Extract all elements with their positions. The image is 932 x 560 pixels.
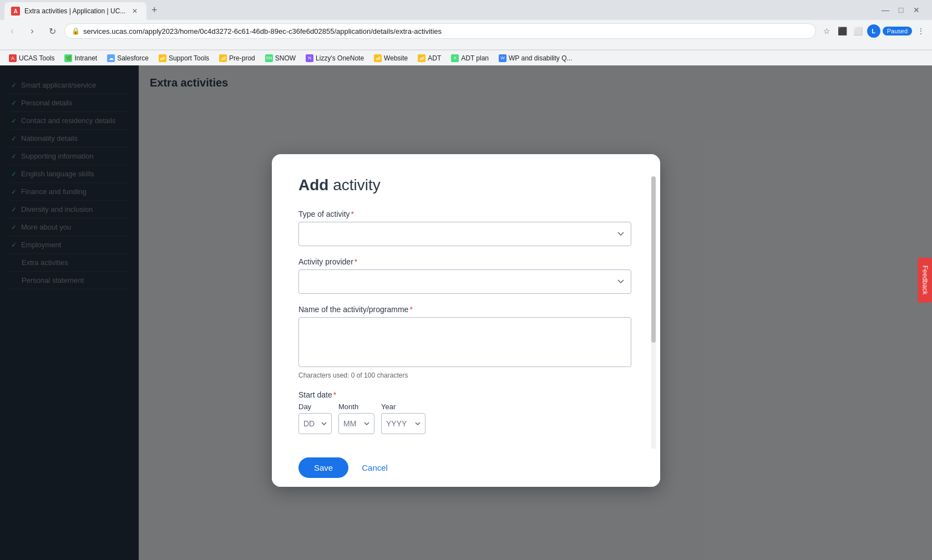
tab-close-button[interactable]: ✕	[130, 6, 140, 16]
active-tab[interactable]: A Extra activities | Application | UC...…	[4, 2, 146, 20]
bookmark-salesforce[interactable]: ☁ Salesforce	[103, 53, 153, 63]
bookmark-favicon-web: 📁	[374, 54, 382, 62]
bookmark-ucas-tools[interactable]: A UCAS Tools	[4, 53, 59, 63]
maximize-button[interactable]: □	[896, 6, 905, 14]
page-background: ✓ Smart applicant/service ✓ Personal det…	[0, 65, 932, 560]
year-label: Year	[381, 403, 426, 411]
month-select[interactable]: MM	[338, 413, 374, 434]
bookmark-favicon-intranet: 🌿	[64, 54, 72, 62]
required-star-3: *	[409, 305, 412, 314]
url-text: services.ucas.com/apply2023/home/0c4d327…	[83, 27, 809, 35]
address-bar[interactable]: 🔒 services.ucas.com/apply2023/home/0c4d3…	[64, 23, 816, 39]
activity-provider-group: Activity provider*	[298, 257, 631, 294]
month-label: Month	[338, 403, 374, 411]
tab-favicon: A	[11, 7, 20, 16]
bookmark-favicon-on: N	[306, 54, 313, 62]
bookmark-adt-plan[interactable]: X ADT plan	[447, 53, 493, 63]
extension-button[interactable]: ⬛	[836, 24, 849, 38]
bookmark-favicon-ucas: A	[9, 54, 17, 62]
bookmark-favicon-adt-plan: X	[451, 54, 459, 62]
char-count: Characters used: 0 of 100 characters	[298, 371, 631, 379]
activity-provider-label: Activity provider*	[298, 257, 631, 266]
extension-button-2[interactable]: ⬜	[852, 24, 865, 38]
name-of-activity-textarea[interactable]	[298, 317, 631, 367]
window-controls: — □ ✕	[881, 6, 928, 14]
bookmarks-bar: A UCAS Tools 🌿 Intranet ☁ Salesforce 📁 S…	[0, 50, 932, 65]
modal-scroll-area[interactable]: Type of activity* Activity provider*	[298, 210, 634, 465]
bookmark-favicon-sf: ☁	[107, 54, 115, 62]
save-button[interactable]: Save	[298, 457, 348, 478]
back-button[interactable]: ‹	[4, 23, 20, 39]
bookmark-favicon-snow: SN	[265, 54, 273, 62]
bookmark-support-tools[interactable]: 📁 Support Tools	[154, 53, 214, 63]
day-label: Day	[298, 403, 332, 411]
address-bar-actions: ☆ ⬛ ⬜ L Paused ⋮	[820, 24, 928, 38]
new-tab-button[interactable]: +	[146, 2, 162, 18]
bookmark-snow[interactable]: SN SNOW	[261, 53, 300, 63]
bookmark-button[interactable]: ☆	[820, 24, 834, 38]
start-date-label: Start date*	[298, 390, 631, 399]
bookmark-favicon-st: 📁	[159, 54, 166, 62]
modal-scrollbar-thumb	[651, 176, 656, 343]
date-row: Day DD Month MM Year	[298, 403, 631, 434]
minimize-button[interactable]: —	[881, 6, 890, 14]
forward-button[interactable]: ›	[24, 23, 40, 39]
day-select[interactable]: DD	[298, 413, 332, 434]
month-field: Month MM	[338, 403, 374, 434]
activity-provider-select[interactable]	[298, 269, 631, 294]
modal-footer: Save Cancel	[272, 449, 660, 487]
name-of-activity-group: Name of the activity/programme* Characte…	[298, 305, 631, 379]
name-of-activity-label: Name of the activity/programme*	[298, 305, 631, 314]
type-of-activity-label: Type of activity*	[298, 210, 631, 218]
modal-overlay: Add activity Type of activity* Activity …	[0, 65, 932, 560]
bookmark-intranet[interactable]: 🌿 Intranet	[60, 53, 102, 63]
day-field: Day DD	[298, 403, 332, 434]
modal-title: Add activity	[298, 176, 634, 194]
bookmark-onenote[interactable]: N Lizzy's OneNote	[301, 53, 368, 63]
bookmark-favicon-wp: W	[499, 54, 506, 62]
add-activity-modal: Add activity Type of activity* Activity …	[272, 154, 660, 487]
year-select[interactable]: YYYY	[381, 413, 426, 434]
bookmark-favicon-pp: 📁	[219, 54, 227, 62]
browser-chrome: A Extra activities | Application | UC...…	[0, 0, 932, 50]
tab-title: Extra activities | Application | UC...	[24, 7, 125, 15]
year-field: Year YYYY	[381, 403, 426, 434]
bookmark-wp-disability[interactable]: W WP and disability Q...	[494, 53, 577, 63]
required-star-2: *	[354, 257, 357, 266]
feedback-tab[interactable]: Feedback	[918, 258, 932, 303]
lock-icon: 🔒	[72, 27, 80, 35]
bookmark-preprod[interactable]: 📁 Pre-prod	[215, 53, 260, 63]
required-star-4: *	[333, 390, 336, 399]
required-star-1: *	[351, 210, 354, 218]
bookmark-adt[interactable]: 📁 ADT	[413, 53, 445, 63]
start-date-group: Start date* Day DD Month MM	[298, 390, 631, 434]
tab-bar: A Extra activities | Application | UC...…	[0, 0, 932, 20]
bookmark-favicon-adt: 📁	[418, 54, 426, 62]
menu-button[interactable]: ⋮	[914, 24, 928, 38]
type-of-activity-select[interactable]	[298, 222, 631, 246]
type-of-activity-group: Type of activity*	[298, 210, 631, 246]
cancel-button[interactable]: Cancel	[357, 457, 392, 478]
reload-button[interactable]: ↻	[44, 23, 60, 39]
bookmark-website[interactable]: 📁 Website	[369, 53, 412, 63]
close-window-button[interactable]: ✕	[912, 6, 921, 14]
modal-scrollbar[interactable]	[651, 176, 656, 454]
paused-badge[interactable]: Paused	[883, 27, 912, 35]
profile-button[interactable]: L	[867, 24, 880, 38]
address-bar-row: ‹ › ↻ 🔒 services.ucas.com/apply2023/home…	[0, 20, 932, 42]
